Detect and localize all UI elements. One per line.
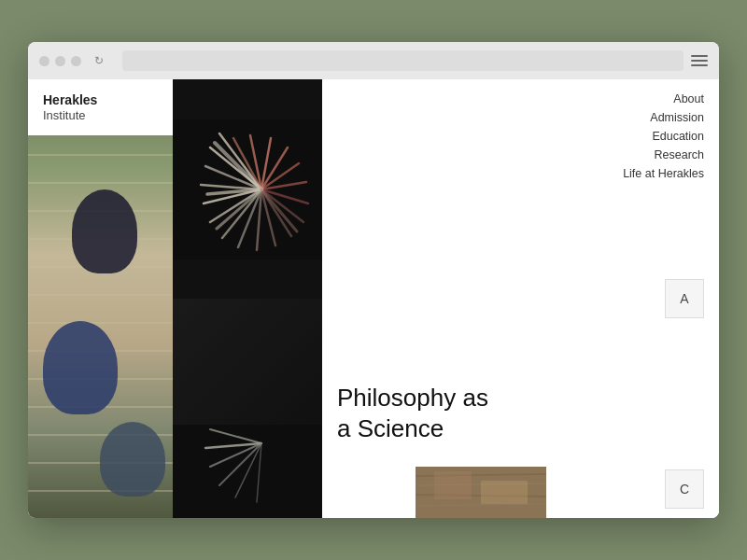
traffic-lights [39, 56, 81, 66]
traffic-light-close[interactable] [39, 56, 49, 66]
sculpture-visual [173, 79, 322, 299]
traffic-light-minimize[interactable] [55, 56, 65, 66]
hero-title: Philosophy as a Science [337, 383, 654, 443]
texture-svg [416, 467, 546, 518]
content-area: About Admission Education Research Life … [322, 79, 719, 518]
bottom-image-strip [416, 467, 546, 518]
traffic-light-maximize[interactable] [71, 56, 81, 66]
card-c-badge[interactable]: C [665, 469, 704, 509]
address-bar[interactable] [122, 50, 684, 71]
svg-rect-36 [434, 471, 472, 499]
sculpture-image [173, 79, 322, 299]
hamburger-menu-icon[interactable] [691, 55, 708, 66]
nav-item-education[interactable]: Education [652, 128, 704, 145]
browser-window: ↻ [28, 42, 719, 518]
hero-title-line2: a Science [337, 414, 444, 442]
card-a-label: A [680, 291, 688, 306]
person-figure-3 [100, 422, 165, 497]
nav-item-admission[interactable]: Admission [650, 109, 704, 126]
nav-item-life[interactable]: Life at Herakles [623, 165, 704, 182]
person-figure-1 [72, 189, 137, 273]
logo-subtitle: Institute [43, 108, 158, 122]
sculpture-svg [173, 119, 322, 259]
hero-text: Philosophy as a Science [337, 383, 654, 443]
browser-chrome: ↻ [28, 42, 719, 79]
refresh-button[interactable]: ↻ [92, 54, 106, 67]
card-c-label: C [680, 482, 689, 497]
logo-name[interactable]: Herakles [43, 92, 158, 108]
nav-item-research[interactable]: Research [655, 147, 705, 163]
continuation-svg [173, 425, 322, 518]
card-c-area: C [416, 467, 719, 518]
nav-menu: About Admission Education Research Life … [623, 91, 704, 182]
hero-title-line1: Philosophy as [337, 384, 488, 412]
stairs-image [28, 79, 173, 518]
logo-area: Herakles Institute [28, 79, 173, 135]
dark-image-bottom [173, 299, 322, 518]
images-section [28, 79, 322, 518]
card-a-badge[interactable]: A [665, 279, 704, 318]
nav-item-about[interactable]: About [673, 91, 704, 107]
person-figure-2 [43, 321, 118, 414]
svg-rect-37 [481, 481, 528, 504]
browser-content: Herakles Institute About Admission Educa… [28, 79, 719, 518]
